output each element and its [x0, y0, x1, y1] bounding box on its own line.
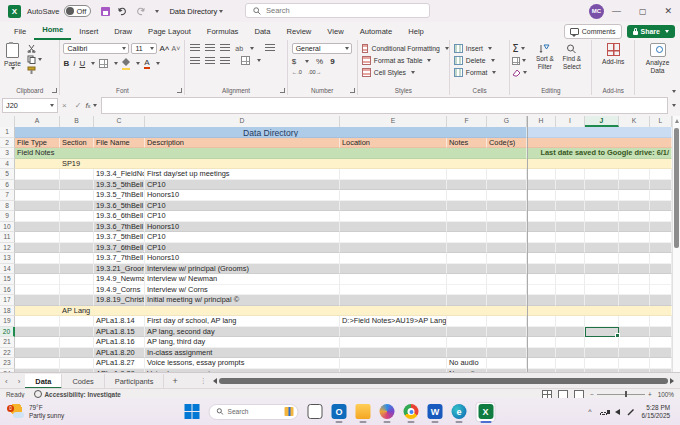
cell-empty[interactable]: [527, 253, 556, 264]
cell-empty[interactable]: [585, 274, 619, 285]
vertical-scroll-thumb[interactable]: [674, 128, 679, 248]
cell-codes[interactable]: [487, 169, 527, 180]
row-header-22[interactable]: 22: [0, 348, 15, 359]
zoom-slider[interactable]: [597, 394, 645, 395]
name-box[interactable]: J20: [2, 98, 58, 113]
cell-section[interactable]: [60, 232, 94, 243]
cell-file-type[interactable]: [15, 337, 60, 348]
row-header-13[interactable]: 13: [0, 253, 15, 264]
cell-description[interactable]: In-class assignment: [145, 348, 340, 359]
cell-empty[interactable]: [585, 264, 619, 275]
field-notes-cell[interactable]: Field Notes: [15, 148, 527, 159]
cell-empty[interactable]: [556, 285, 585, 296]
cell-codes[interactable]: [487, 232, 527, 243]
cell-codes[interactable]: [487, 190, 527, 201]
cell-description[interactable]: CP10: [145, 211, 340, 222]
sheet-prev-icon[interactable]: ‹: [0, 377, 13, 386]
column-header-e[interactable]: E: [340, 116, 447, 127]
formula-chevron-icon[interactable]: [93, 104, 97, 107]
cell-empty[interactable]: [556, 222, 585, 233]
cell-empty[interactable]: [650, 222, 672, 233]
cell-notes[interactable]: [447, 285, 487, 296]
cell-notes[interactable]: [447, 222, 487, 233]
cell-empty[interactable]: [650, 180, 672, 191]
cell-description[interactable]: CP10: [145, 180, 340, 191]
cut-button[interactable]: [27, 44, 42, 53]
cell-section[interactable]: [60, 169, 94, 180]
zoom-in-button[interactable]: +: [648, 391, 652, 398]
number-format-select[interactable]: General: [292, 43, 352, 54]
sheet-title-cell[interactable]: Data Directory: [15, 127, 527, 138]
cell-description[interactable]: Initial meeting w/ principal ©: [145, 295, 340, 306]
cell-section[interactable]: [60, 327, 94, 338]
save-icon[interactable]: [101, 7, 110, 16]
cell-codes[interactable]: [487, 285, 527, 296]
cell-file-type[interactable]: [15, 243, 60, 254]
cells-delete-button[interactable]: Delete: [450, 54, 509, 66]
cell-notes[interactable]: [447, 316, 487, 327]
horizontal-scroll-thumb[interactable]: [219, 378, 668, 384]
cell-empty[interactable]: [556, 243, 585, 254]
cell-file-type[interactable]: [15, 264, 60, 275]
row-header-14[interactable]: 14: [0, 264, 15, 275]
row-header-5[interactable]: 5: [0, 169, 15, 180]
cell-notes[interactable]: [447, 348, 487, 359]
cell-empty[interactable]: [650, 348, 672, 359]
cell-codes[interactable]: [487, 274, 527, 285]
search-input[interactable]: Search: [245, 3, 430, 18]
cell-file-type[interactable]: [15, 358, 60, 369]
zoom-slider-thumb[interactable]: [625, 391, 628, 397]
cell-section[interactable]: [60, 358, 94, 369]
grow-font-button[interactable]: A˄: [159, 44, 169, 53]
cell-empty[interactable]: [527, 169, 556, 180]
start-button[interactable]: [185, 404, 200, 419]
cell-empty[interactable]: [585, 180, 619, 191]
header-section[interactable]: Section: [60, 138, 94, 149]
cell-empty[interactable]: [650, 232, 672, 243]
font-dialog-launcher[interactable]: [177, 88, 182, 93]
vertical-scrollbar[interactable]: [672, 116, 680, 372]
horizontal-scrollbar[interactable]: [213, 377, 674, 385]
cell-section[interactable]: [60, 264, 94, 275]
cell-empty[interactable]: [619, 274, 650, 285]
enter-icon[interactable]: ✓: [71, 101, 86, 110]
comments-button[interactable]: Comments: [564, 24, 622, 39]
zoom-level[interactable]: 100%: [658, 391, 674, 398]
cell-codes[interactable]: [487, 222, 527, 233]
cell-file-name[interactable]: 19.3.4_FieldNo: [94, 169, 145, 180]
ribbon-tab-view[interactable]: View: [319, 24, 351, 40]
row-header-10[interactable]: 10: [0, 222, 15, 233]
cell-file-name[interactable]: APLa1.8.14: [94, 316, 145, 327]
row-header-18[interactable]: 18: [0, 306, 15, 317]
cell-file-type[interactable]: [15, 232, 60, 243]
cell-empty[interactable]: [585, 243, 619, 254]
cell-file-type[interactable]: [15, 190, 60, 201]
scroll-left-icon[interactable]: [213, 378, 217, 384]
ribbon-tab-insert[interactable]: Insert: [71, 24, 106, 40]
font-color-button[interactable]: A: [144, 59, 149, 67]
cell-location[interactable]: D:>Field Notes>AU19>AP Lang: [340, 316, 447, 327]
section-cell-sp19[interactable]: SP19: [15, 159, 672, 170]
document-title[interactable]: Data Directory: [169, 7, 223, 16]
ribbon-tab-automate[interactable]: Automate: [352, 24, 401, 40]
cell-notes[interactable]: No audio: [447, 358, 487, 369]
cell-description[interactable]: Interview w/ principal (Grooms): [145, 264, 340, 275]
font-name-select[interactable]: Calibri: [63, 43, 129, 54]
cell-empty[interactable]: [650, 253, 672, 264]
column-header-l[interactable]: L: [650, 116, 672, 127]
cell-file-name[interactable]: 19.3.7_5thBell: [94, 232, 145, 243]
cell-location[interactable]: [340, 295, 447, 306]
cell-empty[interactable]: [527, 358, 556, 369]
cell-empty[interactable]: [619, 180, 650, 191]
undo-icon[interactable]: [117, 7, 128, 16]
column-header-a[interactable]: A: [15, 116, 60, 127]
cell-empty[interactable]: [527, 274, 556, 285]
sheet-tab-codes[interactable]: Codes: [62, 374, 104, 389]
row-header-20[interactable]: 20: [0, 327, 15, 338]
ribbon-tab-draw[interactable]: Draw: [106, 24, 140, 40]
cell-location[interactable]: [340, 222, 447, 233]
cell-notes[interactable]: [447, 211, 487, 222]
cell-notes[interactable]: [447, 337, 487, 348]
cell-codes[interactable]: [487, 348, 527, 359]
increase-decimal-button[interactable]: ←.0: [292, 69, 302, 75]
